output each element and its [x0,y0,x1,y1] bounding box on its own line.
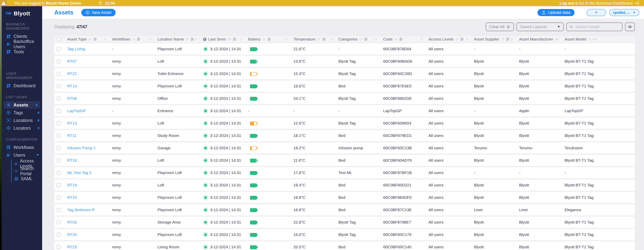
asset-link[interactable]: RT08 [67,96,77,100]
chevron-down-icon[interactable] [36,154,39,156]
sort-icon[interactable]: ↓↑ [394,37,397,41]
new-asset-button[interactable]: New Asset [81,9,116,16]
sidebar-item-locations[interactable]: Locations [2,116,42,124]
asset-link[interactable]: LapTopGP [67,108,86,113]
asset-link[interactable]: RT20 [67,232,77,237]
battery-icon [250,245,257,249]
asset-link[interactable]: ML Test Tag 2 [67,171,92,175]
row-checkbox[interactable] [57,72,61,76]
row-checkbox[interactable] [57,134,61,138]
column-header-temperature[interactable]: Temperature↓↑ [294,36,338,42]
select-all-checkbox[interactable] [57,37,61,41]
row-checkbox[interactable] [57,159,61,162]
row-checkbox[interactable] [57,233,61,237]
quick-actions-dropdown[interactable]: ▼ [586,9,606,16]
sort-icon[interactable]: ↓↑ [88,37,92,41]
column-header-access-levels[interactable]: Access Levels↓↑ [428,36,474,42]
asset-manufacturer-cell: Blyott [519,232,564,237]
last-seen-text: 3-12-2024 | 14:31 [210,220,241,224]
chevron-left-icon[interactable] [37,127,39,130]
asset-link[interactable]: RT07 [67,59,77,63]
asset-link[interactable]: RT19 [67,183,77,187]
row-checkbox[interactable] [57,171,61,175]
row-checkbox[interactable] [57,109,61,113]
logout-link[interactable]: Log out & Go to the Business Dashboard [560,1,632,6]
column-header-asset-manufacturer[interactable]: Asset Manufacturer↓↑ [519,36,564,42]
column-visibility-button[interactable] [625,23,635,31]
column-header-asset-type[interactable]: Asset Type↓↑ [67,36,112,42]
user-menu-dropdown[interactable]: rpollet.su... ▼ [609,9,639,16]
sort-icon[interactable]: ↓↑ [228,37,231,41]
warning-button[interactable] [0,0,7,6]
saved-layouts-dropdown[interactable]: Saved Layouts ▼ [516,23,564,31]
resize-icon [194,38,197,41]
last-seen-text: 3-12-2024 | 14:31 [210,245,241,249]
sidebar-item-locators[interactable]: Locators [2,124,42,132]
chevron-left-icon[interactable] [37,119,39,122]
chevron-left-icon[interactable] [37,111,39,114]
sort-icon[interactable]: ↓↑ [317,37,320,41]
sort-icon[interactable]: ↓↑ [359,37,362,41]
asset-link[interactable]: RT14 [67,84,77,88]
sidebar-item-users[interactable]: Users [2,151,42,159]
row-checkbox[interactable] [57,121,61,125]
asset-link[interactable]: Tag Living [67,47,85,51]
column-header-asset-model[interactable]: Asset Model↓↑ [564,36,603,42]
clear-all-button[interactable]: Clear All [486,23,514,31]
sidebar-section: CONFIGURATIONWorkflowsUsersAccess Levels… [2,138,42,183]
logout-icon[interactable] [635,1,640,6]
column-header-workflows[interactable]: Workflows↓↑ [112,36,158,42]
sidebar-item-search-portal[interactable]: Search Portal [14,167,42,175]
asset-link[interactable]: RT22 [67,71,77,76]
row-checkbox[interactable] [57,196,61,200]
row-checkbox[interactable] [57,245,61,249]
asset-link[interactable]: RT18 [67,158,77,162]
row-checkbox[interactable] [57,208,61,212]
sidebar-item-tags[interactable]: Tags [2,109,42,116]
sidebar-item-backoffice-users[interactable]: Backoffice Users [2,40,42,48]
workflows-cell: remy [112,133,158,138]
column-header-categories[interactable]: Categories↓↑ [338,36,383,42]
asset-link[interactable]: RT23 [67,245,77,249]
sidebar-item-dashboard[interactable]: Dashboard [2,82,42,89]
asset-model-cell: Blyott BT-T1 Tag [564,183,603,187]
blyott-logo[interactable]: Blyott [2,6,42,17]
column-header-last-seen[interactable]: iLast Seen↓↑ [203,36,248,42]
sort-icon[interactable]: ↓↑ [501,37,504,41]
column-header-code[interactable]: Code↓↑ [383,36,428,42]
sort-icon[interactable]: ↓↑ [262,37,266,41]
asset-link[interactable]: RT11 [67,133,76,138]
sort-icon[interactable]: ↓↑ [186,37,189,41]
last-seen-cell: 3-12-2024 | 14:31 [203,183,248,188]
row-checkbox[interactable] [57,146,61,150]
asset-type-cell: LapTopGP [67,108,112,113]
sort-icon[interactable]: ↓↑ [588,37,591,41]
column-header-asset-supplier[interactable]: Asset Supplier↓↑ [474,36,519,42]
battery-cell [248,208,294,212]
asset-type-cell: RT23 [67,245,112,249]
sidebar-item-assets[interactable]: Assets [4,101,40,109]
status-dot [203,183,208,188]
row-checkbox[interactable] [57,220,61,224]
row-checkbox[interactable] [57,59,61,63]
asset-model-cell: - [564,171,603,175]
asset-link[interactable]: Tag Bedroom R [67,208,94,212]
sort-icon[interactable]: ↓↑ [455,37,458,41]
sidebar-item-workflows[interactable]: Workflows [2,144,42,151]
asset-link[interactable]: RT10 [67,195,77,200]
sort-icon[interactable]: ↓↑ [132,37,135,41]
chevron-left-icon[interactable] [36,103,37,106]
row-checkbox[interactable] [57,84,61,88]
filter-icon [593,37,594,41]
asset-link[interactable]: RT13 [67,121,77,125]
row-checkbox[interactable] [57,183,61,187]
row-checkbox[interactable] [57,97,61,100]
upload-data-button[interactable]: Upload data [538,9,574,16]
column-header-battery[interactable]: Battery↓↑ [248,36,294,42]
column-header-location-name[interactable]: Location Name↓↑ [158,36,203,42]
asset-link[interactable]: Infusion Pump 1 [67,146,96,150]
row-checkbox[interactable] [57,47,61,51]
sidebar-item-tools[interactable]: Tools [2,48,42,56]
asset-link[interactable]: RT03 [67,220,77,224]
search-input[interactable] [575,24,620,29]
